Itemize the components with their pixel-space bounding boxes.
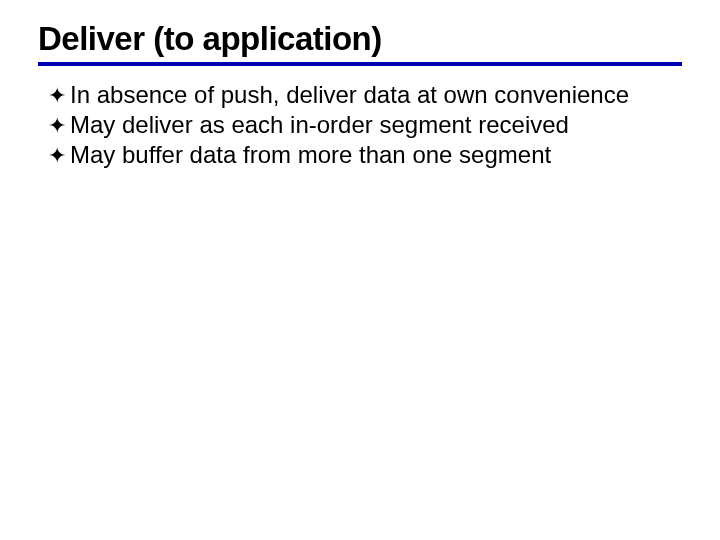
- slide: Deliver (to application) In absence of p…: [0, 0, 720, 540]
- title-rule: [38, 62, 682, 66]
- bullet-icon: [48, 110, 70, 140]
- bullet-text: May deliver as each in-order segment rec…: [70, 110, 682, 140]
- page-title: Deliver (to application): [38, 20, 682, 58]
- bullet-text: In absence of push, deliver data at own …: [70, 80, 682, 110]
- bullet-list: In absence of push, deliver data at own …: [38, 80, 682, 170]
- bullet-icon: [48, 80, 70, 110]
- bullet-text: May buffer data from more than one segme…: [70, 140, 682, 170]
- list-item: May deliver as each in-order segment rec…: [48, 110, 682, 140]
- list-item: In absence of push, deliver data at own …: [48, 80, 682, 110]
- list-item: May buffer data from more than one segme…: [48, 140, 682, 170]
- bullet-icon: [48, 140, 70, 170]
